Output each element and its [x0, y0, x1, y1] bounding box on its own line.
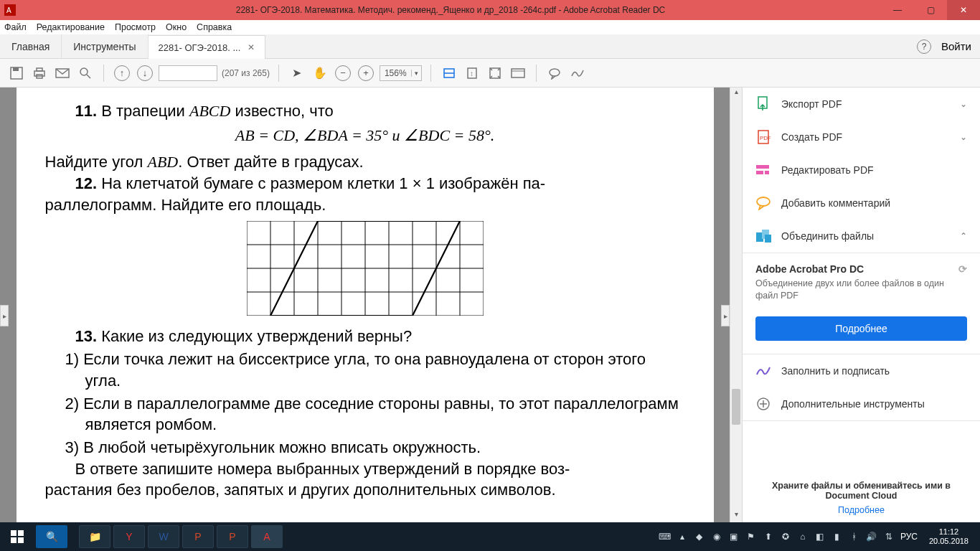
tool-export-pdf[interactable]: Экспорт PDF ⌄ — [743, 88, 980, 121]
taskbar-word[interactable]: W — [148, 525, 179, 548]
scroll-thumb[interactable] — [732, 389, 740, 425]
tray-app-icon[interactable]: ⬆ — [763, 531, 774, 542]
problem-12-line2: раллелограмм. Найдите его площадь. — [45, 194, 685, 216]
cloud-link[interactable]: Подробнее — [757, 505, 966, 515]
chevron-down-icon: ⌄ — [960, 99, 967, 109]
tool-add-comment[interactable]: Добавить комментарий — [743, 187, 980, 220]
tray-app-icon[interactable]: ✪ — [780, 531, 791, 542]
tool-label: Объединить файлы — [781, 230, 950, 242]
tray-up-icon[interactable]: ▴ — [677, 531, 688, 542]
taskbar-yandex[interactable]: Y — [113, 525, 145, 548]
svg-text:↕: ↕ — [470, 70, 473, 77]
export-icon — [755, 96, 771, 112]
tray-clock[interactable]: 11:12 20.05.2018 — [923, 527, 974, 545]
help-icon[interactable]: ? — [917, 39, 931, 54]
tray-volume-icon[interactable]: 🔊 — [866, 531, 877, 542]
minimize-button[interactable]: — — [881, 0, 914, 20]
menu-edit[interactable]: Редактирование — [37, 22, 105, 32]
tray-keyboard-icon[interactable]: ⌨ — [659, 531, 671, 542]
taskbar-explorer[interactable]: 📁 — [79, 525, 110, 548]
fullscreen-icon[interactable] — [486, 64, 504, 83]
tray-app-icon[interactable]: ⚑ — [745, 531, 757, 542]
page-down-icon[interactable]: ↓ — [136, 64, 154, 83]
tool-more-tools[interactable]: Дополнительные инструменты — [743, 387, 980, 420]
plus-icon — [755, 396, 771, 412]
tray-network-icon[interactable]: ⇅ — [883, 531, 895, 542]
tray-app-icon[interactable]: ▣ — [728, 531, 740, 542]
signin-link[interactable]: Войти — [941, 40, 971, 52]
vertical-scrollbar[interactable]: ▴ ▾ — [730, 88, 742, 522]
scroll-up-icon[interactable]: ▴ — [730, 88, 742, 100]
svg-rect-5 — [37, 68, 42, 71]
scroll-down-icon[interactable]: ▾ — [730, 510, 742, 522]
menu-bar: Файл Редактирование Просмотр Окно Справк… — [0, 20, 980, 34]
menu-help[interactable]: Справка — [197, 22, 232, 32]
svg-rect-15 — [512, 69, 524, 77]
svg-line-9 — [87, 75, 90, 78]
start-button[interactable] — [0, 522, 34, 551]
search-icon[interactable] — [76, 64, 95, 83]
zoom-select[interactable]: 156%▾ — [380, 65, 422, 81]
tray-app-icon[interactable]: ◧ — [814, 531, 826, 542]
taskbar-powerpoint-a[interactable]: P — [182, 525, 214, 548]
menu-file[interactable]: Файл — [4, 22, 27, 32]
tray-app-icon[interactable]: ◆ — [694, 531, 705, 542]
zoom-out-icon[interactable]: − — [334, 64, 352, 83]
taskbar-powerpoint-b[interactable]: P — [217, 525, 248, 548]
tab-document[interactable]: 2281- ОГЭ-2018. ... ✕ — [149, 35, 266, 59]
fit-width-icon[interactable] — [440, 64, 458, 83]
tool-label: Экспорт PDF — [781, 98, 950, 110]
tray-app-icon[interactable]: ⌂ — [797, 531, 809, 542]
sign-icon[interactable] — [568, 64, 587, 83]
svg-rect-36 — [756, 171, 763, 174]
toolbar: ↑ ↓ (207 из 265) ➤ ✋ − + 156%▾ ↕ — [0, 59, 980, 88]
tray-app-icon[interactable]: ◉ — [711, 531, 722, 542]
tab-tools[interactable]: Инструменты — [62, 34, 148, 58]
details-button[interactable]: Подробнее — [755, 316, 967, 341]
print-icon[interactable] — [30, 64, 49, 83]
page-up-icon[interactable]: ↑ — [113, 64, 131, 83]
tool-fill-sign[interactable]: Заполнить и подписать — [743, 354, 980, 387]
panel-toggle-left[interactable]: ▸ — [0, 305, 9, 326]
tool-combine-files[interactable]: Объединить файлы ⌃ — [743, 220, 980, 253]
menu-window[interactable]: Окно — [166, 22, 187, 32]
create-icon: PDF — [755, 129, 771, 145]
zoom-value: 156% — [380, 68, 411, 78]
cloud-sync-icon: ⟳ — [958, 263, 967, 275]
hand-icon[interactable]: ✋ — [311, 64, 329, 83]
page-input[interactable] — [159, 65, 217, 81]
mail-icon[interactable] — [53, 64, 72, 83]
tray-bluetooth-icon[interactable]: ᚼ — [849, 531, 860, 542]
problem-11: 11. В трапеции ABCD известно, что — [45, 100, 685, 122]
save-icon[interactable] — [7, 64, 26, 83]
tool-create-pdf[interactable]: PDF Создать PDF ⌄ — [743, 121, 980, 154]
tray-language[interactable]: РУС — [900, 532, 918, 542]
taskbar-search[interactable]: 🔍 — [36, 525, 67, 548]
window-titlebar: A 2281- ОГЭ-2018. Математика. Методич. р… — [0, 0, 980, 20]
tool-edit-pdf[interactable]: Редактировать PDF — [743, 154, 980, 187]
tray-battery-icon[interactable]: ▮ — [831, 531, 843, 542]
panel-toggle-right[interactable]: ▸ — [721, 305, 730, 326]
svg-rect-46 — [18, 530, 24, 536]
menu-view[interactable]: Просмотр — [115, 22, 156, 32]
svg-rect-48 — [18, 537, 24, 543]
tab-home[interactable]: Главная — [0, 34, 62, 58]
chevron-down-icon: ⌄ — [960, 132, 967, 142]
maximize-button[interactable]: ▢ — [914, 0, 947, 20]
parallelogram-figure — [247, 221, 484, 316]
taskbar-acrobat[interactable]: A — [251, 525, 283, 548]
comment-icon[interactable] — [545, 64, 564, 83]
pointer-icon[interactable]: ➤ — [288, 64, 306, 83]
read-mode-icon[interactable] — [509, 64, 527, 83]
statement-2: 2) Если в параллелограмме две соседние с… — [45, 393, 685, 435]
document-viewport[interactable]: ▸ 11. В трапеции ABCD известно, что AB =… — [0, 88, 730, 522]
chevron-down-icon: ▾ — [411, 70, 421, 77]
problem-11-find: Найдите угол ABD. Ответ дайте в градусах… — [45, 151, 685, 173]
tab-close-icon[interactable]: ✕ — [248, 42, 255, 52]
window-title: 2281- ОГЭ-2018. Математика. Методич. рек… — [20, 5, 881, 15]
zoom-in-icon[interactable]: + — [357, 64, 375, 83]
svg-rect-47 — [11, 537, 17, 543]
fit-page-icon[interactable]: ↕ — [463, 64, 481, 83]
close-button[interactable]: ✕ — [947, 0, 980, 20]
problem-12-line1: 12. На клетчатой бумаге с размером клетк… — [45, 173, 685, 194]
